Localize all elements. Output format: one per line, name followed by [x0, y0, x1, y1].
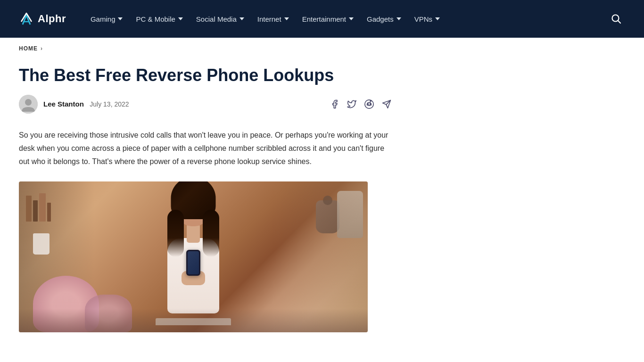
nav-gaming[interactable]: Gaming — [85, 11, 129, 27]
chevron-down-icon — [239, 17, 244, 20]
author-area: Lee Stanton July 13, 2022 — [19, 95, 129, 114]
facebook-share-button[interactable] — [330, 99, 339, 109]
article-meta: Lee Stanton July 13, 2022 — [19, 95, 391, 114]
author-name[interactable]: Lee Stanton — [43, 100, 84, 108]
breadcrumb-chevron-icon: › — [41, 45, 43, 52]
logo-text: Alphr — [38, 13, 66, 25]
reddit-share-button[interactable] — [364, 99, 374, 109]
breadcrumb: HOME › — [0, 38, 644, 56]
svg-point-5 — [368, 104, 368, 104]
article-intro-paragraph: So you are receiving those intrusive col… — [19, 129, 391, 168]
article-content: The Best Free Reverse Phone Lookups Lee … — [0, 56, 410, 351]
search-button[interactable] — [607, 10, 625, 28]
chevron-down-icon — [396, 17, 401, 20]
telegram-share-button[interactable] — [382, 99, 391, 109]
article-date: July 13, 2022 — [90, 100, 129, 108]
chevron-down-icon — [284, 17, 289, 20]
nav-vpns[interactable]: VPNs — [409, 11, 446, 27]
chevron-down-icon — [178, 17, 183, 20]
svg-point-6 — [370, 104, 371, 104]
author-avatar — [19, 95, 38, 114]
article-title: The Best Free Reverse Phone Lookups — [19, 65, 391, 85]
site-header: Alphr Gaming PC & Mobile Social Media In… — [0, 0, 644, 38]
nav-entertainment[interactable]: Entertainment — [297, 11, 359, 27]
nav-internet[interactable]: Internet — [252, 11, 295, 27]
svg-line-1 — [618, 21, 620, 23]
main-nav: Gaming PC & Mobile Social Media Internet… — [85, 11, 446, 27]
article-featured-image — [19, 181, 368, 332]
svg-point-4 — [365, 100, 373, 108]
social-share-bar — [330, 99, 391, 109]
nav-social-media[interactable]: Social Media — [190, 11, 250, 27]
alphr-logo-icon — [19, 11, 34, 26]
svg-point-7 — [370, 100, 371, 101]
breadcrumb-home[interactable]: HOME — [19, 45, 38, 52]
author-info: Lee Stanton July 13, 2022 — [43, 100, 129, 108]
chevron-down-icon — [435, 17, 440, 20]
svg-point-3 — [25, 99, 32, 106]
chevron-down-icon — [118, 17, 123, 20]
nav-gadgets[interactable]: Gadgets — [361, 11, 407, 27]
site-logo[interactable]: Alphr — [19, 11, 66, 26]
nav-pc-mobile[interactable]: PC & Mobile — [130, 11, 188, 27]
twitter-share-button[interactable] — [347, 99, 356, 109]
search-icon — [611, 14, 621, 24]
chevron-down-icon — [349, 17, 354, 20]
